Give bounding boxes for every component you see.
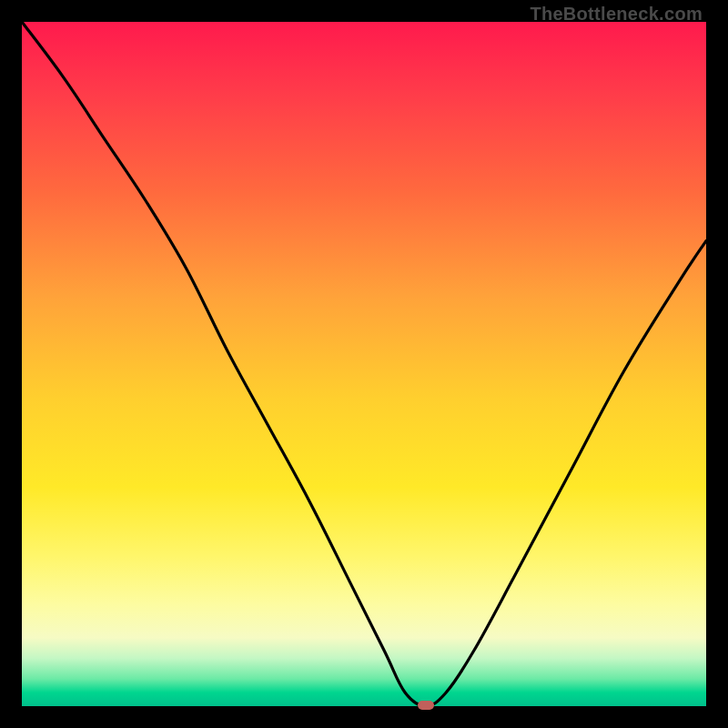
- bottleneck-curve: [22, 22, 706, 706]
- watermark-text: TheBottleneck.com: [530, 4, 703, 25]
- optimum-marker: [418, 701, 434, 710]
- chart-frame: [22, 22, 706, 706]
